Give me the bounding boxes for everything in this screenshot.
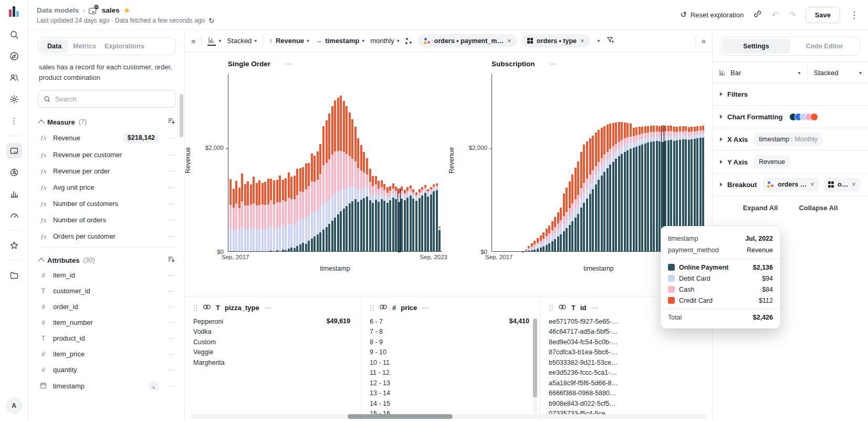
drag-handle-icon[interactable] [549, 304, 553, 311]
stacked-bar[interactable] [603, 126, 605, 252]
stacked-bar[interactable] [311, 153, 313, 252]
card-menu-icon[interactable]: ⋯ [591, 303, 599, 312]
stacked-bar[interactable] [326, 120, 328, 252]
stacked-bar[interactable] [436, 183, 438, 252]
stacked-bar[interactable] [378, 181, 380, 252]
card-menu-icon[interactable]: ⋯ [422, 303, 430, 312]
drag-handle-icon[interactable] [193, 304, 198, 311]
stacked-bar[interactable] [279, 176, 281, 252]
attribute-item[interactable]: timestamp⌞⋯ [38, 377, 176, 395]
attribute-item[interactable]: Tproduct_id⋯ [38, 330, 176, 346]
summary-row[interactable]: b5033382-9d21-53ce… [549, 357, 705, 368]
breakout-chip[interactable]: orders • payment_m…× [418, 34, 517, 47]
sidebar-scrollbar[interactable] [180, 94, 183, 137]
summary-row[interactable]: 6666f368-0968-5880… [549, 388, 705, 399]
stacked-bar[interactable] [288, 172, 290, 252]
stacked-bar[interactable] [270, 179, 272, 252]
section-chart-formatting[interactable]: Chart Formatting [713, 106, 868, 128]
stacked-bar[interactable] [639, 127, 641, 252]
stacked-bar[interactable] [264, 182, 266, 252]
stacked-bar[interactable] [253, 177, 255, 252]
more-kebab-icon[interactable]: ⋮ [6, 113, 22, 129]
measure-item[interactable]: ƒxRevenue per customer⋯ [38, 147, 176, 163]
stacked-bar[interactable] [404, 190, 406, 252]
save-button[interactable]: Save [806, 7, 840, 23]
refresh-icon[interactable]: ↻ [208, 17, 214, 25]
stacked-bar[interactable] [415, 192, 417, 252]
row-menu-icon[interactable]: ⋯ [164, 167, 175, 175]
tab-code-editor[interactable]: Code Editor [790, 39, 859, 54]
stacked-bar[interactable] [250, 184, 252, 252]
stacked-bar[interactable] [618, 122, 620, 252]
stacked-bar[interactable] [386, 187, 389, 252]
data-models-icon[interactable] [6, 143, 22, 159]
stacked-bar[interactable] [375, 176, 377, 252]
stack-style-select[interactable]: Stacked▾ [227, 37, 257, 45]
sort-icon[interactable] [168, 118, 175, 126]
favorite-star-icon[interactable]: ★ [123, 5, 130, 15]
stacked-bar[interactable] [302, 167, 304, 252]
row-menu-icon[interactable]: ⋯ [164, 334, 175, 342]
stacked-bar[interactable] [282, 180, 284, 252]
stacked-bar[interactable] [542, 232, 545, 252]
measure-item[interactable]: ƒxNumber of orders⋯ [38, 212, 176, 228]
summary-row[interactable]: Veggie [193, 347, 353, 358]
tab-metrics[interactable]: Metrics [69, 39, 100, 53]
attribute-item[interactable]: Tcustomer_id⋯ [38, 283, 176, 299]
stacked-bar[interactable] [430, 187, 432, 252]
stacked-bar[interactable] [563, 193, 565, 252]
stacked-bar[interactable] [612, 123, 614, 252]
add-filter-icon[interactable] [606, 36, 615, 46]
summary-row[interactable]: 8ed9e034-fc54-5c0b-… [549, 337, 705, 347]
stacked-bar[interactable] [653, 126, 655, 252]
stacked-bar[interactable] [624, 122, 626, 252]
stacked-bar[interactable] [322, 126, 325, 252]
stacked-bar[interactable] [334, 100, 336, 252]
chart-menu-icon[interactable]: ⋯ [550, 59, 558, 68]
app-logo[interactable] [6, 5, 22, 21]
breadcrumb-root[interactable]: Data models [37, 6, 79, 14]
measure-item[interactable]: ƒxOrders per customer⋯ [38, 228, 176, 244]
stacked-bar[interactable] [412, 189, 414, 252]
reset-exploration-button[interactable]: ↺Reset exploration [680, 10, 744, 19]
stacked-bar[interactable] [551, 221, 553, 252]
stacked-bar[interactable] [630, 124, 632, 252]
redo-icon[interactable]: ↷ [788, 11, 796, 19]
summary-row[interactable]: ee3d5236-fccc-5ca1-… [549, 368, 705, 378]
compass-icon[interactable] [6, 48, 22, 64]
stacked-bar[interactable] [354, 127, 357, 252]
summary-row[interactable]: b908e843-d022-5cf5… [549, 398, 705, 409]
collapse-all-link[interactable]: Collapse All [799, 204, 838, 212]
stacked-bar[interactable] [267, 179, 269, 252]
donut-chart-icon[interactable] [6, 165, 22, 180]
stacked-bar[interactable] [317, 151, 319, 252]
remove-chip-icon[interactable]: × [810, 181, 814, 188]
summary-row[interactable]: 12 - 13 [370, 378, 532, 388]
sidebar-search[interactable] [38, 90, 176, 108]
chart-type-select[interactable]: ▾ [207, 36, 221, 46]
viz-type-select[interactable]: Bar ▾ [713, 63, 808, 83]
share-link-icon[interactable] [753, 9, 762, 20]
stacked-bar[interactable] [595, 132, 597, 252]
stacked-bar[interactable] [247, 181, 249, 252]
attribute-item[interactable]: #quantity⋯ [38, 362, 176, 377]
summary-row[interactable]: 8 - 9 [370, 337, 532, 347]
measure-item[interactable]: ƒxRevenue per order⋯ [38, 163, 176, 179]
stacked-bar[interactable] [586, 141, 588, 252]
summary-row[interactable]: Custom [193, 337, 353, 347]
section-filters[interactable]: Filters [713, 83, 868, 106]
stacked-bar[interactable] [644, 126, 646, 252]
bar-chart-icon[interactable] [6, 186, 22, 202]
stacked-bar[interactable] [410, 186, 412, 252]
stacked-bar[interactable] [258, 180, 260, 252]
stacked-bar[interactable] [546, 229, 548, 252]
stacked-bar[interactable] [656, 126, 658, 252]
breakout-icon[interactable] [405, 38, 412, 44]
card-scrollbar[interactable] [533, 317, 537, 414]
stacked-bar[interactable] [233, 189, 235, 252]
section-y-axis[interactable]: Y Axis Revenue [713, 151, 868, 173]
stacked-bar[interactable] [294, 176, 296, 252]
row-menu-icon[interactable]: ⋯ [164, 366, 175, 374]
tab-data[interactable]: Data [40, 39, 69, 53]
row-menu-icon[interactable]: ⋯ [164, 216, 175, 224]
